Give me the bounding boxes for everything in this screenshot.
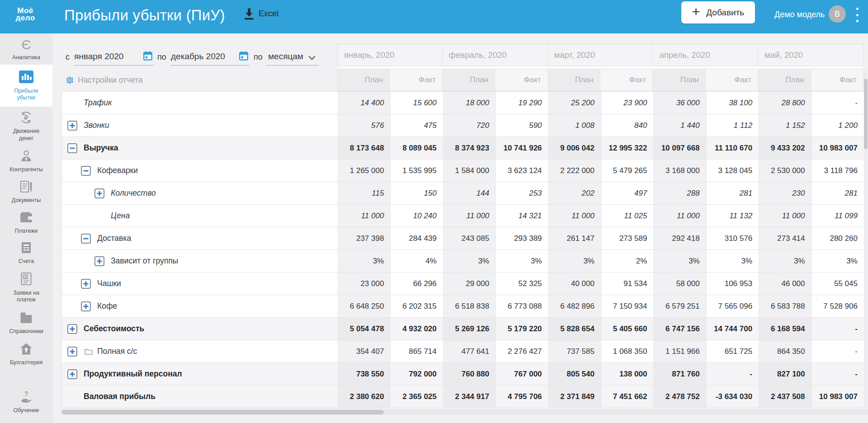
row-label-cell: Кофе: [62, 295, 338, 317]
calendar-icon[interactable]: [239, 51, 248, 61]
add-button[interactable]: + Добавить: [681, 1, 755, 24]
expand-row-icon[interactable]: [67, 369, 77, 379]
vertical-scrollbar[interactable]: [864, 69, 868, 408]
excel-label: Excel: [259, 9, 278, 19]
row-label[interactable]: Чашки: [97, 279, 121, 288]
table-row: Зависит от группы3%4%3%3%3%2%3%3%3%3%: [62, 250, 863, 273]
period-select[interactable]: месяцам: [268, 52, 303, 61]
excel-export-button[interactable]: Excel: [243, 7, 278, 20]
vertical-scrollbar-thumb[interactable]: [864, 79, 868, 149]
sidebar-item-accounting[interactable]: Бухгалтерия: [0, 338, 52, 370]
accounting-icon: [19, 343, 33, 357]
row-label[interactable]: Количество: [111, 188, 156, 198]
calendar-icon[interactable]: [143, 51, 152, 61]
row-label[interactable]: Зависит от группы: [111, 256, 178, 266]
row-label[interactable]: Валовая прибыль: [84, 392, 156, 401]
collapse-row-icon[interactable]: [81, 166, 91, 176]
row-label[interactable]: Кофеварки: [97, 166, 138, 175]
row-label[interactable]: Звонки: [84, 121, 109, 130]
profit-loss-icon: [19, 70, 34, 86]
avatar[interactable]: В: [829, 5, 846, 23]
fact-value-cell: 38 100: [706, 92, 759, 114]
plan-value-cell: 1 152: [759, 114, 811, 136]
row-label[interactable]: Выручка: [84, 143, 118, 153]
fact-value-cell: 11 110 670: [706, 137, 759, 159]
report-settings-button[interactable]: Настройки отчета: [66, 75, 143, 85]
horizontal-scrollbar[interactable]: [61, 409, 868, 415]
to-label: по: [157, 52, 166, 62]
plan-value-cell: 11 000: [443, 205, 495, 227]
expand-row-icon[interactable]: [94, 188, 104, 198]
table-row: Полная с/с354 407865 714477 6412 276 427…: [62, 340, 863, 363]
sidebar-item-label: Справочники: [7, 328, 45, 335]
sidebar-item-training[interactable]: ?Обучение: [0, 383, 52, 420]
fact-value-cell: 5 479 265: [601, 160, 653, 182]
fact-value-cell: 1 200: [811, 114, 864, 136]
plan-value-cell: 3%: [548, 250, 601, 272]
fact-value-cell: 11 132: [706, 205, 759, 227]
kebab-menu-icon[interactable]: [854, 8, 860, 22]
page-title: Прибыли убытки (ПиУ): [64, 7, 225, 24]
table-row: Трафик14 40015 60018 00019 29025 20023 9…: [62, 92, 863, 114]
row-label[interactable]: Кофе: [97, 301, 117, 311]
sidebar-item-money-flow[interactable]: ₽Движениеденег: [0, 107, 52, 146]
fact-value-cell: 3 623 124: [495, 160, 548, 182]
expand-row-icon[interactable]: [81, 301, 91, 311]
row-label-cell: Цена: [62, 205, 338, 227]
row-label[interactable]: Трафик: [84, 98, 112, 108]
expand-row-icon[interactable]: [67, 324, 77, 334]
sidebar-item-contractors[interactable]: Контрагенты: [0, 146, 52, 176]
expand-row-icon[interactable]: [67, 121, 77, 131]
add-label: Добавить: [706, 8, 744, 18]
row-label[interactable]: Себестоимость: [84, 324, 144, 334]
sidebar-item-payment-requests[interactable]: $Заявки наплатеж: [0, 268, 52, 307]
plan-value-cell: 576: [338, 114, 390, 136]
account-name[interactable]: Демо модель: [774, 10, 824, 19]
plan-column-header: План: [337, 69, 390, 91]
row-label[interactable]: Доставка: [97, 234, 131, 243]
date-to-input[interactable]: декабрь 2020: [171, 52, 225, 61]
fact-value-cell: 91 534: [601, 273, 653, 295]
month-header: апрель, 2020: [653, 44, 758, 66]
sidebar-item-label: Прибыли: [12, 88, 40, 95]
plan-value-cell: 288: [653, 182, 706, 204]
fact-value-cell: 14 744 700: [706, 318, 759, 340]
plan-value-cell: 29 000: [443, 273, 495, 295]
row-label[interactable]: Продуктивный персонал: [84, 369, 182, 379]
sidebar-item-analytics[interactable]: ЄАналитика: [0, 33, 52, 65]
row-label-cell: Доставка: [62, 227, 338, 249]
sidebar-item-profit-loss[interactable]: Прибылиубытки: [0, 65, 52, 107]
row-label[interactable]: Цена: [111, 211, 130, 221]
plan-value-cell: 11 000: [653, 205, 706, 227]
plan-value-cell: 805 540: [548, 363, 601, 385]
date-from-input[interactable]: января 2020: [74, 52, 123, 61]
fact-value-cell: 3 118 796: [811, 160, 864, 182]
sidebar-item-invoices[interactable]: Счета: [0, 238, 52, 268]
folder-icon: [85, 348, 93, 357]
sidebar-item-label: Бухгалтерия: [8, 359, 44, 367]
row-label[interactable]: Полная с/с: [97, 347, 137, 356]
table-row: Звонки5764757205901 0088401 4401 1121 15…: [62, 114, 863, 137]
expand-row-icon[interactable]: [94, 256, 104, 266]
fact-value-cell: 15 600: [390, 92, 443, 114]
chevron-down-icon[interactable]: [308, 54, 316, 62]
horizontal-scrollbar-thumb[interactable]: [61, 410, 384, 414]
row-label-cell: Кофеварки: [62, 160, 338, 182]
plan-value-cell: 6 482 896: [548, 295, 601, 317]
collapse-row-icon[interactable]: [67, 143, 77, 153]
sidebar-item-directories[interactable]: Справочники: [0, 307, 52, 338]
fact-value-cell: 6 773 088: [495, 295, 548, 317]
fact-value-cell: 2 365 025: [390, 385, 443, 408]
expand-row-icon[interactable]: [67, 347, 77, 357]
sidebar-item-label: Контрагенты: [8, 166, 45, 174]
expand-row-icon[interactable]: [81, 279, 91, 289]
fact-value-cell: 767 000: [495, 363, 548, 385]
collapse-row-icon[interactable]: [81, 234, 91, 244]
report-table: Трафик14 40015 60018 00019 29025 20023 9…: [61, 91, 863, 408]
sidebar-item-label: Движение: [11, 128, 41, 135]
plan-value-cell: 18 000: [443, 92, 495, 114]
app-logo[interactable]: Моё дело: [9, 7, 41, 22]
sidebar-item-payments[interactable]: Платежи: [0, 207, 52, 238]
months-header-row: январь, 2020февраль, 2020март, 2020апрел…: [337, 44, 863, 66]
sidebar-item-documents[interactable]: Документы: [0, 176, 52, 207]
